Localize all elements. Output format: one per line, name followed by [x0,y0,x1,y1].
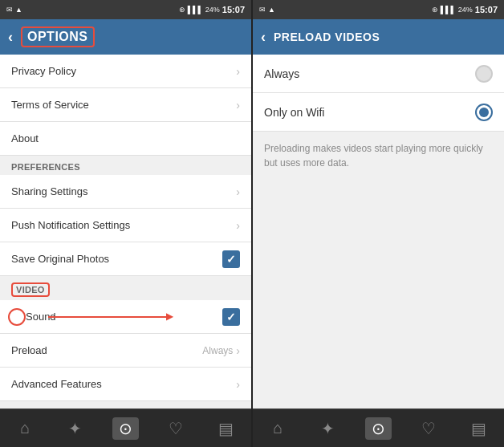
heart-icon: ♡ [421,419,436,438]
menu-item-terms[interactable]: Terms of Service › [0,88,251,122]
tab-explore-right[interactable]: ✦ [303,409,354,447]
clock-right: 15:07 [475,5,498,14]
menu-item-about[interactable]: About [0,122,251,156]
camera-icon: ⊙ [365,417,392,440]
battery-right: 24% [458,6,473,14]
camera-icon: ⊙ [112,417,139,440]
right-phone-panel: ✉ ▲ ⊛ ▌▌▌ 24% 15:07 ‹ PRELOAD VIDEOS Alw… [253,0,504,447]
wifi-icon: ⊛ [179,6,185,14]
status-bar-right: ✉ ▲ ⊛ ▌▌▌ 24% 15:07 [253,0,504,19]
menu-item-advanced[interactable]: Advanced Features › [0,368,251,401]
left-phone-panel: ✉ ▲ ⊛ ▌▌▌ 24% 15:07 ‹ OPTIONS Privacy Po… [0,0,251,447]
signal-bars-icon: ▌▌▌ [441,6,456,14]
wifi-label: Only on Wifi [264,106,475,119]
chevron-icon: › [236,99,240,112]
menu-item-save-original[interactable]: Save Original Photos ✓ [0,242,251,276]
nav-bar-right: ‹ PRELOAD VIDEOS [253,19,504,55]
page-title-right: PRELOAD VIDEOS [274,30,380,43]
arrow-head: ▶ [166,311,173,322]
chevron-icon: › [236,344,240,357]
chevron-icon: › [236,185,240,198]
sharing-label: Sharing Settings [11,185,236,197]
privacy-policy-label: Privacy Policy [11,65,236,77]
chevron-icon: › [236,378,240,391]
menu-item-privacy[interactable]: Privacy Policy › [0,55,251,88]
arrow-annotation: ▶ [48,316,169,318]
tab-camera-right[interactable]: ⊙ [353,409,404,447]
chevron-icon: › [236,65,240,78]
menu-item-sharing[interactable]: Sharing Settings › [0,175,251,209]
wifi-radio[interactable] [475,104,493,121]
tab-home-right[interactable]: ⌂ [253,409,303,447]
preload-label: Preload [11,344,202,356]
profile-icon: ▤ [218,419,234,438]
page-title-left: OPTIONS [21,26,95,47]
home-icon: ⌂ [20,419,30,437]
tab-bar-left: ⌂ ✦ ⊙ ♡ ▤ [0,408,251,447]
preload-option-wifi[interactable]: Only on Wifi [253,93,504,132]
tab-heart-left[interactable]: ♡ [151,409,201,447]
battery-left: 24% [205,6,220,14]
preload-option-always[interactable]: Always [253,55,504,93]
video-header: VIDEO [0,276,251,300]
tab-profile-left[interactable]: ▤ [201,409,251,447]
signal-icon: ▲ [15,6,22,14]
radio-inner [479,108,489,117]
menu-item-sound[interactable]: Sound ▶ ✓ [0,300,251,334]
tab-bar-right: ⌂ ✦ ⊙ ♡ ▤ [253,408,504,447]
options-content: Privacy Policy › Terms of Service › Abou… [0,55,251,408]
preload-description: Preloading makes videos start playing mo… [253,132,504,180]
about-label: About [11,132,240,144]
preload-value: Always [202,345,233,356]
tab-explore-left[interactable]: ✦ [51,409,101,447]
tab-heart-right[interactable]: ♡ [404,409,454,447]
always-radio[interactable] [475,65,493,83]
tab-home-left[interactable]: ⌂ [0,409,51,447]
arrow-line: ▶ [48,316,169,318]
preferences-header: PREFERENCES [0,156,251,175]
save-original-checkbox[interactable]: ✓ [222,250,240,268]
signal-icon: ▲ [268,6,275,14]
advanced-label: Advanced Features [11,378,236,390]
message-icon: ✉ [259,6,266,14]
nav-bar-left: ‹ OPTIONS [0,19,251,55]
sound-checkbox[interactable]: ✓ [222,308,240,326]
explore-icon: ✦ [68,419,82,438]
back-button-right[interactable]: ‹ [261,29,266,46]
signal-bars-icon: ▌▌▌ [188,6,203,14]
profile-icon: ▤ [471,419,486,438]
menu-item-preload[interactable]: Preload Always › [0,334,251,368]
tab-camera-left[interactable]: ⊙ [100,409,151,447]
video-header-text: VIDEO [11,282,50,297]
terms-label: Terms of Service [11,99,236,111]
tab-profile-right[interactable]: ▤ [453,409,504,447]
wifi-icon: ⊛ [432,6,438,14]
menu-item-push[interactable]: Push Notification Settings › [0,209,251,242]
chevron-icon: › [236,219,240,232]
back-button-left[interactable]: ‹ [8,29,13,46]
message-icon: ✉ [6,6,13,14]
explore-icon: ✦ [321,419,335,438]
push-label: Push Notification Settings [11,219,236,231]
status-bar-left: ✉ ▲ ⊛ ▌▌▌ 24% 15:07 [0,0,251,19]
heart-icon: ♡ [169,419,183,438]
check-icon: ✓ [226,253,236,266]
check-icon: ✓ [226,311,236,323]
home-icon: ⌂ [273,419,282,437]
preload-content: Always Only on Wifi Preloading makes vid… [253,55,504,408]
clock-left: 15:07 [222,5,245,14]
always-label: Always [264,67,475,80]
sound-circle-annotation [8,308,26,326]
save-original-label: Save Original Photos [11,253,222,265]
